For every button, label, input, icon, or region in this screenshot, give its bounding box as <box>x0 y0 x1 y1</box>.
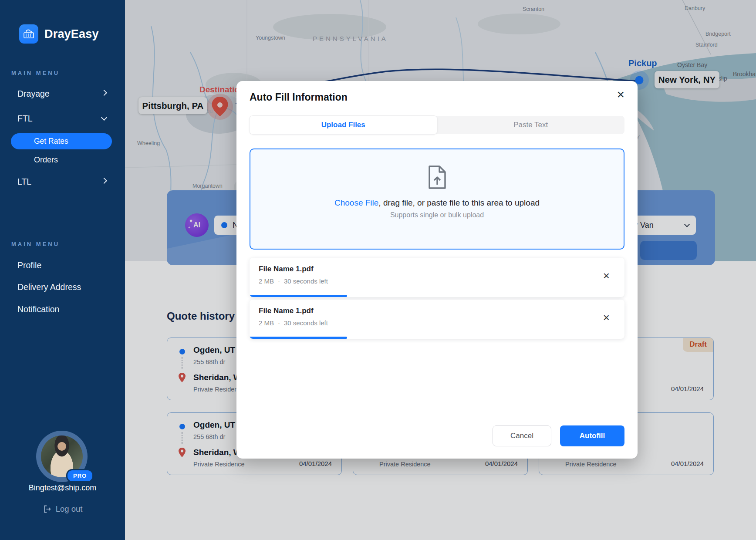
sidebar-item-ftl[interactable]: FTL <box>17 114 109 124</box>
sidebar: DrayEasy MAIN MENU Drayage FTL Get Rates… <box>0 0 125 540</box>
autofill-button[interactable]: Autofill <box>560 425 624 446</box>
file-meta: 2 MB · 30 seconds left <box>259 319 328 327</box>
sidebar-item-drayage[interactable]: Drayage <box>17 89 109 99</box>
remove-file-icon[interactable]: × <box>603 312 610 323</box>
logout-button[interactable]: Log out <box>0 504 125 514</box>
autofill-modal: Auto Fill Information × Upload Files Pas… <box>236 81 638 459</box>
modal-actions: Cancel Autofill <box>493 425 624 446</box>
brand-logo: DrayEasy <box>19 24 99 44</box>
chevron-down-icon <box>101 115 107 121</box>
menu-section-label: MAIN MENU <box>11 70 60 76</box>
file-name: File Name 1.pdf <box>259 265 314 273</box>
chevron-right-icon <box>101 90 107 96</box>
upload-progress-bar <box>250 337 347 339</box>
modal-title: Auto Fill Information <box>250 91 348 103</box>
sidebar-item-notification[interactable]: Notification <box>17 304 109 314</box>
chevron-right-icon <box>101 178 107 184</box>
drayeasy-app: PENNSYLVANIA Youngstown Scranton Danbury… <box>0 0 756 540</box>
user-email: Bingtest@ship.com <box>0 483 125 493</box>
avatar[interactable]: PRO <box>36 431 88 482</box>
modal-tabs: Upload Files Paste Text <box>250 116 624 134</box>
tab-paste-text[interactable]: Paste Text <box>437 116 625 134</box>
uploaded-file-row: File Name 1.pdf 2 MB · 30 seconds left × <box>250 258 624 297</box>
file-meta: 2 MB · 30 seconds left <box>259 277 328 285</box>
upload-file-icon <box>250 165 624 191</box>
menu-section-label: MAIN MENU <box>11 241 60 247</box>
container-logo-icon <box>19 24 38 44</box>
dropzone-hint: Supports single or bulk upload <box>250 211 624 219</box>
sidebar-item-delivery-address[interactable]: Delivery Address <box>17 282 109 292</box>
sidebar-item-orders[interactable]: Orders <box>34 155 58 165</box>
sidebar-item-get-rates[interactable]: Get Rates <box>11 133 112 149</box>
sidebar-item-ltl[interactable]: LTL <box>17 177 109 187</box>
cancel-button[interactable]: Cancel <box>493 425 551 446</box>
pro-badge: PRO <box>66 469 94 483</box>
uploaded-file-row: File Name 1.pdf 2 MB · 30 seconds left × <box>250 300 624 339</box>
sidebar-item-profile[interactable]: Profile <box>17 260 109 270</box>
file-name: File Name 1.pdf <box>259 307 314 315</box>
choose-file-link[interactable]: Choose File <box>334 198 378 207</box>
close-icon[interactable]: × <box>617 88 624 101</box>
brand-name: DrayEasy <box>44 27 99 41</box>
file-dropzone[interactable]: Choose File, drag file, or paste file to… <box>250 148 624 250</box>
dropzone-instruction: Choose File, drag file, or paste file to… <box>250 198 624 208</box>
upload-progress-bar <box>250 295 347 297</box>
remove-file-icon[interactable]: × <box>603 270 610 281</box>
logout-icon <box>43 505 51 513</box>
tab-upload-files[interactable]: Upload Files <box>250 116 437 134</box>
